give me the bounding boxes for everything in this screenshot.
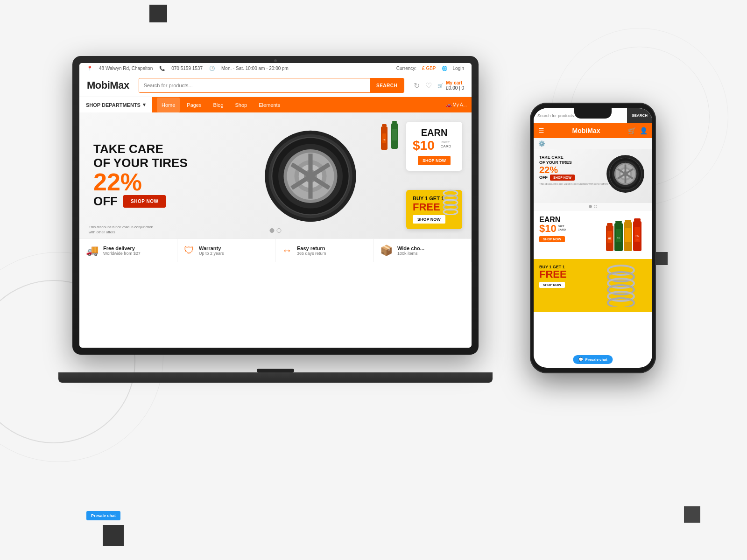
- phone-earn-image: HE Cat HE: [605, 216, 647, 253]
- logo-part2: Max: [110, 79, 129, 91]
- phone-menu-icon[interactable]: ☰: [538, 127, 544, 134]
- svg-text:LIX: LIX: [636, 239, 639, 241]
- phone-settings-bar: ⚙️: [534, 138, 652, 149]
- phone-hero-discount: 22%: [539, 165, 647, 175]
- feature-return-desc: 365 days return: [297, 251, 326, 256]
- phone-notch: [574, 108, 612, 119]
- svg-rect-17: [382, 124, 387, 126]
- hero-tire-image: [257, 117, 369, 234]
- svg-rect-41: [616, 229, 621, 242]
- svg-rect-43: [625, 220, 631, 222]
- hero-dot-2[interactable]: [277, 228, 282, 233]
- phone-cart-icon[interactable]: 🛒: [628, 127, 636, 134]
- feature-choice-title: Wide cho...: [397, 245, 424, 251]
- phone-hero-slider-dots: [534, 203, 652, 210]
- topbar-phone: 070 5159 1537: [171, 66, 203, 71]
- phone-hero-banner: TAKE CARE OF YOUR TIRES 22% OFF SHOP NOW…: [534, 149, 652, 203]
- phone-gear-icon[interactable]: ⚙️: [538, 140, 545, 147]
- topbar-left: 📍 48 Walwyn Rd, Chapelton 📞 070 5159 153…: [87, 66, 289, 71]
- laptop-device: 📍 48 Walwyn Rd, Chapelton 📞 070 5159 153…: [72, 56, 479, 383]
- cart-button[interactable]: 🛒 My cart £0.00 | 0: [437, 80, 464, 91]
- phone-search-button[interactable]: SEARCH: [627, 108, 652, 123]
- laptop-camera: [274, 59, 277, 62]
- phone-header: ☰ MobiMax 🛒 👤: [534, 123, 652, 138]
- phone-header-icons: 🛒 👤: [628, 127, 648, 134]
- laptop-hinge: [257, 369, 294, 372]
- svg-rect-46: [634, 218, 641, 221]
- nav-bar: SHOP DEPARTMENTS ▾ Home Pages Blog Shop …: [79, 97, 472, 112]
- svg-point-56: [608, 298, 634, 307]
- topbar-currency[interactable]: £ GBP: [422, 66, 436, 71]
- feature-return-title: Easy return: [297, 245, 326, 251]
- hero-content: TAKE CARE OF YOUR TIRES 22% OFF SHOP NOW: [79, 128, 202, 223]
- feature-warranty-desc: Up to 2 years: [199, 251, 224, 256]
- svg-rect-23: [392, 129, 397, 140]
- nav-home[interactable]: Home: [157, 98, 180, 112]
- shop-departments-button[interactable]: SHOP DEPARTMENTS ▾: [79, 97, 152, 112]
- site-logo[interactable]: MobiMax: [87, 79, 129, 91]
- hero-tagline-line1: TAKE CARE: [93, 142, 188, 156]
- header-actions: ↻ ♡ 🛒 My cart £0.00 | 0: [414, 80, 464, 91]
- hero-shop-now-button[interactable]: SHOP NOW: [123, 195, 166, 208]
- phone-logo-text: MobiMax: [572, 127, 600, 134]
- decorative-rect-1: [149, 5, 167, 22]
- svg-text:HE: HE: [383, 139, 386, 141]
- feature-return-text: Easy return 365 days return: [297, 245, 326, 256]
- phone-screen: SEARCH ☰ MobiMax 🛒 👤 ⚙️ TAKE CA: [534, 108, 652, 368]
- site-header: MobiMax SEARCH ↻ ♡ 🛒 My cart £0.00 | 0: [79, 74, 472, 97]
- phone-earn-shop-button[interactable]: SHOP NOW: [539, 236, 565, 242]
- phone-dot-2[interactable]: [594, 205, 597, 208]
- hero-banner: TAKE CARE OF YOUR TIRES 22% OFF SHOP NOW: [79, 112, 472, 238]
- svg-rect-21: [392, 121, 397, 123]
- hero-off-section: OFF SHOP NOW: [93, 194, 188, 209]
- nav-shop[interactable]: Shop: [231, 98, 252, 112]
- phone-hero-tagline2: OF YOUR TIRES: [539, 160, 647, 165]
- nav-elements[interactable]: Elements: [254, 98, 285, 112]
- svg-text:HE: HE: [635, 234, 639, 237]
- earn-shop-now-button[interactable]: SHOP NOW: [418, 156, 451, 165]
- phone-earn-amount: $10: [539, 224, 557, 234]
- decorative-rect-4: [655, 252, 668, 265]
- nav-blog[interactable]: Blog: [209, 98, 228, 112]
- search-button[interactable]: SEARCH: [370, 78, 404, 92]
- search-input[interactable]: [139, 78, 370, 92]
- phone-logo[interactable]: MobiMax: [572, 127, 600, 134]
- delivery-icon: 🚚: [86, 245, 99, 257]
- phone-hero-shop-button[interactable]: SHOP NOW: [550, 175, 575, 181]
- phone-hero-off: OFF SHOP NOW: [539, 175, 647, 181]
- phone-body: SEARCH ☰ MobiMax 🛒 👤 ⚙️ TAKE CA: [530, 103, 656, 373]
- wishlist-icon[interactable]: ♡: [425, 81, 432, 90]
- phone-earn-content: EARN $10 GIFT CARD SHOP NOW: [539, 216, 601, 253]
- phone-hero-disclaimer: This discount is not valid in conjunctio…: [539, 182, 647, 185]
- presale-chat-button[interactable]: Presale chat: [86, 511, 120, 520]
- feature-delivery-title: Free delivery: [103, 245, 141, 251]
- feature-wide-choice: 📦 Wide cho... 100k items: [374, 239, 472, 262]
- feature-easy-return: ↔ Easy return 365 days return: [275, 239, 374, 262]
- buy1get1-shop-now-button[interactable]: SHOP NOW: [413, 215, 445, 224]
- svg-rect-45: [625, 228, 631, 242]
- phone-dot-1[interactable]: [589, 205, 592, 208]
- svg-text:HE: HE: [608, 237, 612, 240]
- spring-coil-image: [441, 189, 460, 215]
- topbar-login[interactable]: Login: [453, 66, 464, 71]
- phone-earn-section: EARN $10 GIFT CARD SHOP NOW: [534, 210, 652, 259]
- cart-label: My cart: [446, 80, 464, 85]
- phone-user-icon[interactable]: 👤: [640, 127, 648, 134]
- phone-presale-chat-button[interactable]: 💬 Presale chat: [573, 355, 613, 364]
- phone-device: SEARCH ☰ MobiMax 🛒 👤 ⚙️ TAKE CA: [530, 103, 656, 373]
- nav-my-account[interactable]: 🚗 My A...: [441, 102, 472, 107]
- hero-off-label: OFF: [93, 194, 118, 209]
- svg-rect-19: [382, 133, 386, 143]
- phone-buy1-shop-button[interactable]: SHOP NOW: [539, 282, 565, 288]
- phone-buy1-free: FREE: [539, 269, 591, 280]
- decorative-rect-3: [684, 506, 700, 523]
- topbar-currency-label: Currency:: [396, 66, 416, 71]
- hero-tagline-line2: OF YOUR TIRES: [93, 156, 188, 170]
- refresh-icon[interactable]: ↻: [414, 81, 420, 90]
- nav-pages[interactable]: Pages: [182, 98, 206, 112]
- svg-rect-35: [607, 223, 613, 225]
- decorative-rect-2: [103, 525, 124, 546]
- hero-dot-1[interactable]: [270, 228, 275, 233]
- svg-text:Cat: Cat: [617, 237, 620, 239]
- globe-icon[interactable]: 🌐: [442, 66, 447, 71]
